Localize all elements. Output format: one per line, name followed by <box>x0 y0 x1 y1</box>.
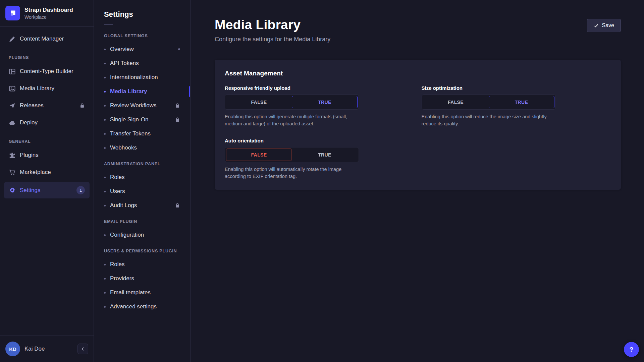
lock-icon <box>175 203 180 208</box>
paper-plane-icon <box>9 102 15 109</box>
snav-section-global: GLOBAL SETTINGS <box>94 27 190 42</box>
avatar[interactable]: KD <box>5 342 20 356</box>
toggle-option-false[interactable]: FALSE <box>226 96 292 108</box>
layout-icon <box>9 68 15 75</box>
brand-text: Strapi Dashboard Workplace <box>24 7 73 20</box>
responsive-upload-toggle: FALSE TRUE <box>225 95 359 110</box>
snav-item-label: Roles <box>110 261 124 268</box>
field-description: Enabling this option will generate multi… <box>225 113 364 127</box>
bullet-icon <box>104 278 106 280</box>
nav-item-settings[interactable]: Settings 1 <box>4 182 90 198</box>
cloud-icon <box>9 119 15 126</box>
toggle-option-true[interactable]: TRUE <box>292 148 358 161</box>
bullet-icon <box>104 191 106 192</box>
main-content: Media Library Configure the settings for… <box>191 0 644 362</box>
bullet-icon <box>104 63 106 64</box>
field-size-optimization: Size optimization FALSE TRUE Enabling th… <box>422 85 611 127</box>
settings-notification-badge: 1 <box>76 186 85 194</box>
snav-item-label: Overview <box>110 46 134 53</box>
field-auto-orientation: Auto orientation FALSE TRUE Enabling thi… <box>225 138 414 180</box>
bullet-icon <box>104 234 106 236</box>
fields-grid: Responsive friendly upload FALSE TRUE En… <box>225 85 611 180</box>
nav-item-media-library[interactable]: Media Library <box>4 81 90 96</box>
snav-item-internationalization[interactable]: Internationalization <box>94 70 190 84</box>
nav-item-marketplace[interactable]: Marketplace <box>4 165 90 180</box>
check-icon <box>594 23 599 28</box>
snav-item-advanced-settings[interactable]: Advanced settings <box>94 300 190 314</box>
settings-nav-title: Settings <box>94 10 190 19</box>
puzzle-icon <box>9 152 15 159</box>
notification-dot-icon <box>178 48 180 50</box>
asset-management-card: Asset Management Responsive friendly upl… <box>215 60 621 190</box>
bullet-icon <box>104 264 106 265</box>
field-label: Auto orientation <box>225 138 414 143</box>
brand: Strapi Dashboard Workplace <box>0 0 94 27</box>
bullet-icon <box>104 77 106 78</box>
toggle-option-true[interactable]: TRUE <box>292 96 358 108</box>
help-button[interactable]: ? <box>624 342 639 357</box>
brand-subtitle: Workplace <box>24 14 73 20</box>
snav-item-single-sign-on[interactable]: Single Sign-On <box>94 113 190 127</box>
collapse-sidebar-button[interactable] <box>77 344 88 354</box>
save-button[interactable]: Save <box>587 19 621 32</box>
snav-item-roles-admin[interactable]: Roles <box>94 170 190 184</box>
snav-item-label: API Tokens <box>110 60 139 67</box>
snav-item-users[interactable]: Users <box>94 184 190 198</box>
snav-section-admin-panel: ADMINISTRATION PANEL <box>94 155 190 170</box>
nav-item-label: Marketplace <box>20 169 51 176</box>
snav-item-roles-up[interactable]: Roles <box>94 257 190 272</box>
snav-item-review-workflows[interactable]: Review Workflows <box>94 99 190 113</box>
chevron-left-icon <box>80 347 85 351</box>
field-description: Enabling this option will reduce the ima… <box>422 113 561 127</box>
user-area: KD Kai Doe <box>0 336 94 362</box>
settings-sidebar: Settings GLOBAL SETTINGS Overview API To… <box>94 0 191 362</box>
snav-item-label: Review Workflows <box>110 102 157 109</box>
snav-item-providers[interactable]: Providers <box>94 272 190 286</box>
size-optimization-toggle: FALSE TRUE <box>422 95 556 110</box>
nav-item-label: Content-Type Builder <box>20 68 73 75</box>
field-description: Enabling this option will automatically … <box>225 166 364 180</box>
bullet-icon <box>104 105 106 107</box>
toggle-option-true[interactable]: TRUE <box>489 96 554 108</box>
snav-item-audit-logs[interactable]: Audit Logs <box>94 198 190 213</box>
snav-item-label: Internationalization <box>110 74 158 81</box>
nav-item-label: Settings <box>20 187 40 194</box>
auto-orientation-toggle: FALSE TRUE <box>225 147 359 162</box>
snav-section-users-permissions: USERS & PERMISSIONS PLUGIN <box>94 242 190 257</box>
nav-item-plugins[interactable]: Plugins <box>4 148 90 163</box>
page-header: Media Library Configure the settings for… <box>215 0 621 43</box>
snav-item-label: Webhooks <box>110 144 137 151</box>
nav-item-content-type-builder[interactable]: Content-Type Builder <box>4 64 90 79</box>
nav-item-deploy[interactable]: Deploy <box>4 115 90 130</box>
snav-item-label: Providers <box>110 275 134 282</box>
snav-item-configuration[interactable]: Configuration <box>94 228 190 242</box>
toggle-option-false[interactable]: FALSE <box>226 148 292 161</box>
snav-item-media-library[interactable]: Media Library <box>94 84 190 99</box>
bullet-icon <box>104 205 106 206</box>
image-icon <box>9 85 15 92</box>
lock-icon <box>79 103 85 108</box>
snav-item-overview[interactable]: Overview <box>94 42 190 56</box>
pencil-icon <box>9 36 15 42</box>
toggle-option-false[interactable]: FALSE <box>423 96 489 108</box>
nav-item-label: Media Library <box>20 85 54 92</box>
snav-item-api-tokens[interactable]: API Tokens <box>94 56 190 70</box>
field-label: Responsive friendly upload <box>225 85 414 91</box>
snav-item-label: Transfer Tokens <box>110 130 151 137</box>
bullet-icon <box>104 147 106 149</box>
nav-item-content-manager[interactable]: Content Manager <box>4 32 90 46</box>
bullet-icon <box>104 292 106 294</box>
bullet-icon <box>104 119 106 121</box>
strapi-logo-icon <box>5 6 20 20</box>
snav-item-email-templates[interactable]: Email templates <box>94 286 190 300</box>
main-sidebar: Strapi Dashboard Workplace Content Manag… <box>0 0 94 362</box>
snav-item-label: Single Sign-On <box>110 116 148 123</box>
page-subtitle: Configure the settings for the Media Lib… <box>215 36 330 43</box>
cart-icon <box>9 169 15 176</box>
gear-icon <box>9 187 15 194</box>
snav-item-transfer-tokens[interactable]: Transfer Tokens <box>94 127 190 141</box>
snav-item-webhooks[interactable]: Webhooks <box>94 141 190 155</box>
nav-item-releases[interactable]: Releases <box>4 98 90 113</box>
save-button-label: Save <box>602 22 614 28</box>
nav-item-label: Plugins <box>20 152 39 159</box>
